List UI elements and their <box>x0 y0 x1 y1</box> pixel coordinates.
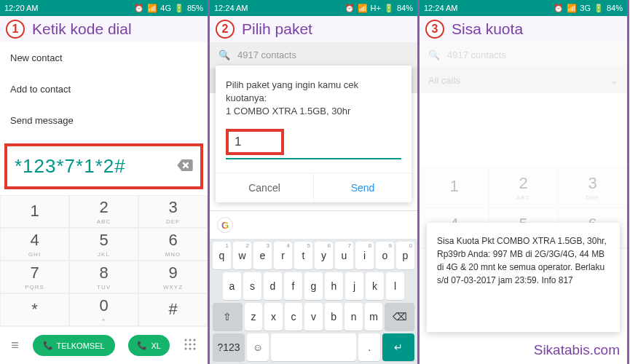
key-star[interactable]: * <box>0 293 69 326</box>
key-0[interactable]: 0+ <box>69 293 138 326</box>
alarm-icon: ⏰ <box>134 4 144 13</box>
key-g[interactable]: g <box>304 272 323 300</box>
period-key[interactable]: . <box>358 333 379 361</box>
svg-point-6 <box>184 347 186 349</box>
key-hash[interactable]: # <box>138 293 208 326</box>
title-text: Sisa kuota <box>452 20 523 38</box>
symbols-key[interactable]: ?123 <box>213 333 245 361</box>
key-e[interactable]: 3e <box>253 242 272 269</box>
network-label: H+ <box>371 4 381 12</box>
key-t[interactable]: 5t <box>294 242 312 269</box>
dialog-input[interactable]: 1 <box>235 135 275 149</box>
space-key[interactable] <box>271 333 357 361</box>
key-3[interactable]: 3DEF <box>558 167 627 207</box>
enter-key[interactable]: ↵ <box>382 333 414 361</box>
key-x[interactable]: x <box>264 303 283 331</box>
key-i[interactable]: 8i <box>355 242 374 269</box>
filter-row[interactable]: All calls ⌄ <box>420 68 627 93</box>
key-h[interactable]: h <box>325 272 343 300</box>
key-u[interactable]: 7u <box>335 242 353 269</box>
backspace-key[interactable]: ⌫ <box>385 303 414 331</box>
key-2[interactable]: 2ABC <box>69 195 138 228</box>
status-bar: 12:20 AM ⏰ 📶 4G 🔋 85% <box>0 0 208 16</box>
key-n[interactable]: n <box>344 303 363 331</box>
svg-point-0 <box>184 339 186 341</box>
key-r[interactable]: 4r <box>274 242 292 269</box>
signal-icon: 📶 <box>147 4 157 13</box>
key-6[interactable]: 6MNO <box>138 228 208 261</box>
chevron-down-icon: ⌄ <box>610 75 618 86</box>
google-suggest-row[interactable]: G <box>210 210 417 239</box>
search-row[interactable]: 🔍 4917 contacts <box>420 42 627 68</box>
status-bar: 12:24 AM ⏰ 📶 H+ 🔋 84% <box>210 0 417 16</box>
key-q[interactable]: 1q <box>213 242 231 269</box>
key-w[interactable]: 2w <box>233 242 251 269</box>
key-a[interactable]: a <box>223 272 241 300</box>
status-right: ⏰ 📶 3G 🔋 84% <box>554 4 623 13</box>
call-xl-button[interactable]: 📞 XL <box>128 335 169 356</box>
key-3[interactable]: 3DEF <box>138 195 208 228</box>
bottom-row: ≡ 📞 TELKOMSEL 📞 XL <box>0 326 208 364</box>
menu-icon[interactable]: ≡ <box>11 338 19 353</box>
svg-point-5 <box>193 343 195 345</box>
panel-title: 2 Pilih paket <box>210 16 417 42</box>
dialog-buttons: Cancel Send <box>216 173 412 202</box>
emoji-key[interactable]: ☺ <box>247 333 268 361</box>
key-d[interactable]: d <box>264 272 282 300</box>
shift-key[interactable]: ⇧ <box>213 303 243 331</box>
menu-new-contact[interactable]: New contact <box>0 42 208 74</box>
key-m[interactable]: m <box>365 303 383 331</box>
key-5[interactable]: 5JKL <box>69 228 138 261</box>
svg-point-7 <box>189 347 191 349</box>
key-c[interactable]: c <box>285 303 303 331</box>
input-underline <box>226 158 401 159</box>
google-icon: G <box>217 217 233 233</box>
search-row[interactable]: 🔍 4917 contacts <box>210 42 417 68</box>
key-p[interactable]: 0p <box>396 242 414 269</box>
status-time: 12:24 AM <box>424 4 457 12</box>
key-l[interactable]: l <box>386 272 404 300</box>
call-label: TELKOMSEL <box>57 341 105 350</box>
signal-icon: 📶 <box>358 4 368 13</box>
battery-label: 85% <box>187 4 203 12</box>
result-dialog: Sisa Kuota Pkt COMBO XTRA 1.5GB, 30hr, R… <box>427 223 620 332</box>
battery-icon: 🔋 <box>174 4 184 13</box>
search-placeholder: 4917 contacts <box>447 50 506 60</box>
key-2[interactable]: 2ABC <box>489 167 558 207</box>
dialpad-icon[interactable] <box>184 338 197 354</box>
key-k[interactable]: k <box>366 272 384 300</box>
svg-point-8 <box>193 347 195 349</box>
step-badge: 3 <box>425 20 444 39</box>
backspace-icon[interactable] <box>177 159 193 174</box>
ussd-dialog: Pilih paket yang ingin kamu cek kuotanya… <box>216 66 412 202</box>
key-j[interactable]: j <box>345 272 363 300</box>
key-s[interactable]: s <box>243 272 261 300</box>
call-label: XL <box>151 341 160 350</box>
signal-icon: 📶 <box>567 4 577 13</box>
key-o[interactable]: 9o <box>376 242 394 269</box>
key-y[interactable]: 6y <box>315 242 333 269</box>
key-7[interactable]: 7PQRS <box>0 261 69 293</box>
status-time: 12:24 AM <box>214 4 248 12</box>
battery-label: 84% <box>397 4 413 12</box>
network-label: 3G <box>580 4 591 12</box>
menu-send-message[interactable]: Send message <box>0 105 208 136</box>
search-placeholder: 4917 contacts <box>237 50 296 60</box>
menu-add-to-contact[interactable]: Add to contact <box>0 74 208 105</box>
key-4[interactable]: 4GHI <box>0 228 69 261</box>
battery-label: 84% <box>607 4 623 12</box>
step-badge: 1 <box>6 20 25 39</box>
phone-icon: 📞 <box>137 341 147 350</box>
battery-icon: 🔋 <box>594 4 604 13</box>
key-8[interactable]: 8TUV <box>69 261 138 293</box>
key-9[interactable]: 9WXYZ <box>138 261 208 293</box>
send-button[interactable]: Send <box>314 173 412 202</box>
call-telkomsel-button[interactable]: 📞 TELKOMSEL <box>33 335 115 356</box>
key-1[interactable]: 1 <box>0 195 69 228</box>
key-f[interactable]: f <box>284 272 302 300</box>
key-1[interactable]: 1 <box>420 167 489 207</box>
key-b[interactable]: b <box>325 303 343 331</box>
key-v[interactable]: v <box>304 303 323 331</box>
cancel-button[interactable]: Cancel <box>216 173 314 202</box>
key-z[interactable]: z <box>245 303 263 331</box>
